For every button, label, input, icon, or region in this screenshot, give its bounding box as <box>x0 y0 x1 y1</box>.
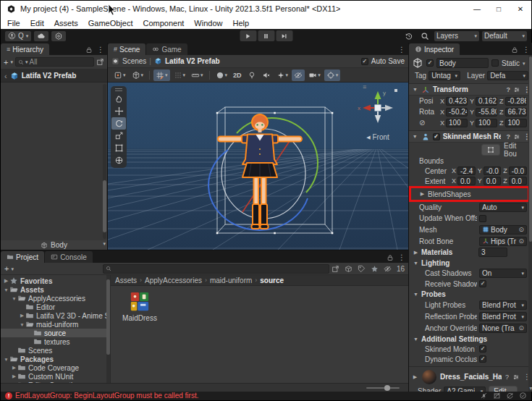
rotation-z-field[interactable]: 66.733 <box>505 108 528 117</box>
panel-menu-icon[interactable]: ⋮ <box>97 46 104 54</box>
shader-dropdown[interactable]: A2 Gami▾ <box>444 387 486 392</box>
object-picker-icon[interactable]: ⊙ <box>518 237 524 245</box>
center-y-field[interactable]: -0.0 <box>484 166 502 175</box>
center-x-field[interactable]: -2.4 <box>457 166 476 175</box>
move-tool[interactable] <box>111 105 126 117</box>
play-button[interactable] <box>240 30 256 41</box>
scroll-down-icon[interactable]: ▼ <box>528 386 532 391</box>
cast-shadows-dropdown[interactable]: On▾ <box>479 269 527 278</box>
thumbnail-size-slider[interactable] <box>366 387 400 389</box>
tab-hierarchy[interactable]: ≡ Hierarchy <box>1 43 49 55</box>
scene-visibility-button[interactable] <box>292 69 305 81</box>
orientation-gizmo[interactable]: y x ◀ Front <box>357 87 399 141</box>
notifications-muted-icon[interactable] <box>480 392 488 400</box>
step-button[interactable] <box>276 30 292 41</box>
root-bone-object-field[interactable]: Hips (Tr⊙ <box>479 237 527 246</box>
reflection-probes-dropdown[interactable]: Blend Prot▾ <box>479 312 527 321</box>
pause-button[interactable] <box>258 30 274 41</box>
active-checkbox[interactable]: ✓ <box>426 59 434 67</box>
tree-item-latifa-v2-3d-anime-st[interactable]: ▶Latifa V2 3D - Anime St <box>1 311 110 320</box>
skinned-motion-checkbox[interactable]: ✓ <box>479 345 486 353</box>
tree-item-assets[interactable]: ▼Assets <box>1 285 110 294</box>
package-filter-icon[interactable] <box>345 265 352 273</box>
layout-dropdown[interactable]: Default▾ <box>482 31 527 41</box>
fold-icon[interactable]: ▶ <box>413 250 419 256</box>
fold-icon[interactable]: ▼ <box>413 261 419 266</box>
menu-assets[interactable]: Assets <box>49 19 83 28</box>
auto-save-toggle[interactable]: ✓ Auto Save <box>361 57 405 65</box>
hierarchy-tree-area[interactable] <box>1 83 107 240</box>
fold-arrow-icon[interactable]: ▶ <box>11 365 17 371</box>
hierarchy-item-body[interactable]: Body ▾ <box>1 240 107 250</box>
panel-menu-icon[interactable]: ⋮ <box>398 46 405 54</box>
extent-x-field[interactable]: 0.0 <box>457 177 476 185</box>
breadcrumb[interactable]: Assets›ApplyAccessories›maid-uniform›sou… <box>111 275 408 286</box>
position-y-field[interactable]: 0.1626 <box>476 97 497 106</box>
fold-icon[interactable]: ▼ <box>413 337 419 342</box>
position-z-field[interactable]: -0.286 <box>505 97 528 106</box>
breadcrumb-applyaccessories[interactable]: ApplyAccessories <box>145 277 202 284</box>
fold-arrow-icon[interactable]: ▶ <box>19 313 25 318</box>
tab-game[interactable]: Game <box>146 43 187 55</box>
fold-arrow-icon[interactable]: ▼ <box>3 357 9 362</box>
project-search-field[interactable] <box>103 264 329 274</box>
help-icon[interactable]: ? <box>505 373 509 381</box>
grid-visibility-button[interactable]: ▾ <box>172 69 188 81</box>
edit-bounds-button[interactable] <box>481 144 500 156</box>
hierarchy-search-field[interactable]: ▾ All <box>15 57 94 67</box>
hierarchy-scrollbar[interactable] <box>103 84 106 239</box>
prefab-header[interactable]: ‹ Latifa V2 Prefab <box>1 69 107 83</box>
fold-arrow-icon[interactable]: ▼ <box>19 322 25 327</box>
status-error-message[interactable]: EndLayoutGroup: BeginLayoutGroup must be… <box>15 392 198 400</box>
menu-component[interactable]: Component <box>138 19 189 28</box>
axis-cone[interactable] <box>375 115 381 123</box>
materials-count-field[interactable]: 3 <box>478 248 507 257</box>
breadcrumb-assets[interactable]: Assets <box>115 277 137 284</box>
center-z-field[interactable]: -0.0 <box>509 166 527 175</box>
static-dropdown-icon[interactable]: ▾ <box>523 61 525 66</box>
tree-item-maid-uniform[interactable]: ▼maid-uniform <box>1 320 110 329</box>
gameobject-icon[interactable] <box>412 57 423 69</box>
create-asset-button[interactable]: + <box>4 264 9 273</box>
tab-console[interactable]: Console <box>45 251 93 263</box>
create-button[interactable]: + <box>4 58 8 67</box>
fold-arrow-icon[interactable]: ▼ <box>11 296 17 301</box>
tree-item-textures[interactable]: textures <box>1 337 110 346</box>
asset-grid[interactable]: MaidDress <box>111 286 408 383</box>
undo-history-button[interactable] <box>402 30 415 41</box>
breadcrumb-maid-uniform[interactable]: maid-uniform <box>210 277 252 284</box>
fold-icon[interactable]: ▼ <box>413 292 419 297</box>
breadcrumb-scenes[interactable]: Scenes <box>122 57 146 65</box>
tree-scrollbar[interactable] <box>106 275 110 383</box>
account-button[interactable]: Q ▾ <box>5 31 31 41</box>
progress-ok-icon[interactable] <box>519 392 527 400</box>
panel-menu-icon[interactable]: ⋮ <box>398 253 405 261</box>
breadcrumb-source[interactable]: source <box>260 277 284 284</box>
fold-arrow-icon[interactable]: ▼ <box>3 287 9 292</box>
tree-item-applyaccessories[interactable]: ▼ApplyAccessories <box>1 294 110 303</box>
label-filter-icon[interactable] <box>358 265 366 273</box>
quality-dropdown[interactable]: Auto▾ <box>479 203 527 212</box>
close-button[interactable]: ✕ <box>510 1 531 17</box>
asset-item-maiddress[interactable]: MaidDress <box>118 292 161 322</box>
scale-y-field[interactable]: 100 <box>476 119 497 127</box>
auto-refresh-disabled-icon[interactable] <box>506 392 514 400</box>
palette-handle[interactable] <box>115 88 122 91</box>
axis-cone[interactable] <box>385 105 393 111</box>
chevron-down-icon[interactable]: ▾ <box>11 266 14 271</box>
menu-help[interactable]: Help <box>227 19 254 28</box>
receive-shadows-checkbox[interactable]: ✓ <box>479 280 486 287</box>
extent-z-field[interactable]: 0.0 <box>509 177 527 185</box>
shader-edit-button[interactable]: Edit... <box>489 386 518 392</box>
minimize-button[interactable]: — <box>466 1 488 17</box>
tree-item-packages[interactable]: ▼Packages <box>1 355 110 363</box>
chevron-down-icon[interactable]: ▾ <box>10 59 13 64</box>
cloud-services-button[interactable] <box>34 31 48 41</box>
layer-dropdown[interactable]: Defa▾ <box>487 71 528 80</box>
favorites-filter-icon[interactable] <box>371 265 379 273</box>
tool-handle-rotation-button[interactable]: ▾ <box>130 69 146 81</box>
project-search-input[interactable] <box>113 265 326 273</box>
tool-handle-position-button[interactable]: ▾ <box>111 69 128 81</box>
presets-icon[interactable] <box>513 133 520 140</box>
fold-icon[interactable]: ▼ <box>412 134 418 139</box>
